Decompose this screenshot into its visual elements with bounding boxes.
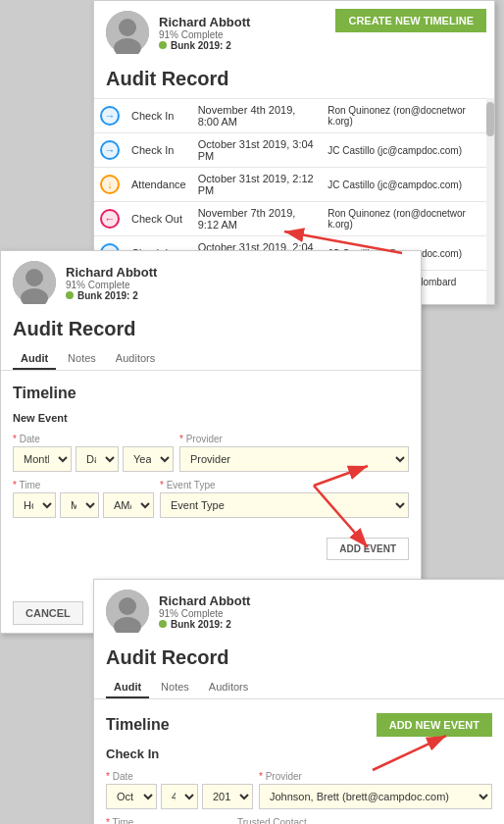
add-event-button[interactable]: ADD EVENT [327, 538, 409, 560]
create-new-timeline-button[interactable]: CREATE NEW TIMELINE [335, 9, 486, 32]
day-select[interactable]: Day [76, 446, 119, 472]
trusted-contact-label: Trusted Contact [237, 817, 492, 824]
svg-point-6 [25, 269, 43, 286]
date-provider-row-3: * Date Oct 4 2019 * Provider [106, 771, 492, 809]
attendance-icon-1: ↓ [100, 175, 120, 194]
section-title-2: Timeline [1, 379, 421, 408]
user-bunk-2: Bunk 2019: 2 [66, 290, 157, 301]
user-bunk-3: Bunk 2019: 2 [159, 619, 250, 630]
tabs-2: Audit Notes Auditors [1, 348, 421, 371]
checkin-icon-1: → [100, 106, 120, 126]
year-select-3[interactable]: 2019 [202, 784, 253, 809]
avatar-2 [13, 261, 56, 304]
form-section-3: * Date Oct 4 2019 * Provider [94, 763, 504, 824]
time-label-3: * Time [106, 817, 231, 824]
tab-auditors-3[interactable]: Auditors [201, 677, 256, 698]
day-select-3[interactable]: 4 [161, 784, 198, 809]
min-select[interactable]: Min [60, 492, 99, 518]
svg-point-13 [119, 597, 136, 615]
avatar-3 [106, 590, 149, 633]
panel-timeline-form: Richard Abbott 91% Complete Bunk 2019: 2… [0, 250, 422, 634]
event-type-select[interactable]: Event Type [160, 492, 409, 518]
checkin-icon-2: → [100, 140, 120, 160]
ampm-select[interactable]: AM/PM [103, 492, 154, 518]
scroll-thumb[interactable] [486, 102, 494, 136]
provider-group: * Provider Provider [179, 434, 409, 472]
add-event-row: ADD EVENT [1, 534, 421, 564]
new-event-label: New Event [1, 408, 421, 426]
add-new-event-button[interactable]: ADD NEW EVENT [377, 713, 492, 737]
bunk-dot-3 [159, 620, 167, 628]
time-label: * Time [13, 480, 154, 490]
tab-audit-2[interactable]: Audit [13, 348, 56, 370]
table-row: ← Check Out November 7th 2019, 9:12 AM R… [94, 202, 494, 236]
hour-select[interactable]: Hour [13, 492, 56, 518]
table-row: → Check In October 31st 2019, 3:04 PM JC… [94, 133, 494, 168]
user-info-2: Richard Abbott 91% Complete Bunk 2019: 2 [66, 265, 157, 301]
user-complete-3: 91% Complete [159, 608, 250, 619]
svg-point-1 [119, 19, 136, 36]
user-header-3: Richard Abbott 91% Complete Bunk 2019: 2 [94, 580, 504, 643]
audit-title-2: Audit Record [1, 314, 421, 348]
user-header-2: Richard Abbott 91% Complete Bunk 2019: 2 [1, 251, 421, 314]
tab-notes-2[interactable]: Notes [60, 348, 104, 370]
date-label-3: * Date [106, 771, 253, 782]
provider-label-3: * Provider [259, 771, 492, 782]
avatar-1 [106, 11, 149, 54]
provider-select-3[interactable]: Johnson, Brett (brett@campdoc.com) [259, 784, 492, 809]
date-group: * Date Month Day Year [13, 434, 174, 472]
month-select[interactable]: Month [13, 446, 72, 472]
form-section-2: * Date Month Day Year * Provid [1, 426, 421, 534]
section-title-3: Timeline [106, 716, 170, 734]
user-name-2: Richard Abbott [66, 265, 157, 280]
provider-select[interactable]: Provider [179, 446, 409, 472]
event-type-group: * Event Type Event Type [160, 480, 409, 518]
time-group-3: * Time 9 05 AM [106, 817, 231, 824]
time-eventtype-row: * Time Hour Min AM/PM * Event [13, 480, 409, 518]
date-label: * Date [13, 434, 174, 444]
year-select[interactable]: Year [123, 446, 174, 472]
tab-auditors-2[interactable]: Auditors [108, 348, 163, 370]
table-row: → Check In November 4th 2019, 8:00 AM Ro… [94, 99, 494, 133]
cancel-button[interactable]: CANCEL [13, 601, 83, 625]
trusted-contact-group: Trusted Contact Alte [237, 817, 492, 824]
time-group: * Time Hour Min AM/PM [13, 480, 154, 518]
user-info-1: Richard Abbott 91% Complete Bunk 2019: 2 [159, 15, 250, 51]
table-row: ↓ Attendance October 31st 2019, 2:12 PM … [94, 168, 494, 202]
scrollbar[interactable] [486, 98, 494, 304]
provider-group-3: * Provider Johnson, Brett (brett@campdoc… [259, 771, 492, 809]
tab-audit-3[interactable]: Audit [106, 677, 149, 698]
time-trusted-row: * Time 9 05 AM Trusted Contact [106, 817, 492, 824]
user-name-1: Richard Abbott [159, 15, 250, 29]
user-complete-2: 91% Complete [66, 280, 157, 290]
tabs-3: Audit Notes Auditors [94, 677, 504, 699]
audit-title-3: Audit Record [94, 643, 504, 677]
tab-notes-3[interactable]: Notes [153, 677, 197, 698]
bunk-dot-1 [159, 41, 167, 49]
provider-label: * Provider [179, 434, 409, 444]
date-group-3: * Date Oct 4 2019 [106, 771, 253, 809]
panel-checkin-form: Richard Abbott 91% Complete Bunk 2019: 2… [93, 579, 504, 824]
checkout-icon-1: ← [100, 209, 120, 229]
bunk-dot-2 [66, 291, 74, 299]
user-complete-1: 91% Complete [159, 29, 250, 40]
event-type-label: * Event Type [160, 480, 409, 490]
user-bunk-1: Bunk 2019: 2 [159, 40, 250, 51]
timeline-header-3: Timeline ADD NEW EVENT [94, 707, 504, 743]
user-name-3: Richard Abbott [159, 593, 250, 608]
audit-title-1: Audit Record [94, 64, 494, 98]
user-info-3: Richard Abbott 91% Complete Bunk 2019: 2 [159, 593, 250, 630]
month-select-3[interactable]: Oct [106, 784, 157, 809]
checkin-title: Check In [94, 743, 504, 763]
date-provider-row: * Date Month Day Year * Provid [13, 434, 409, 472]
